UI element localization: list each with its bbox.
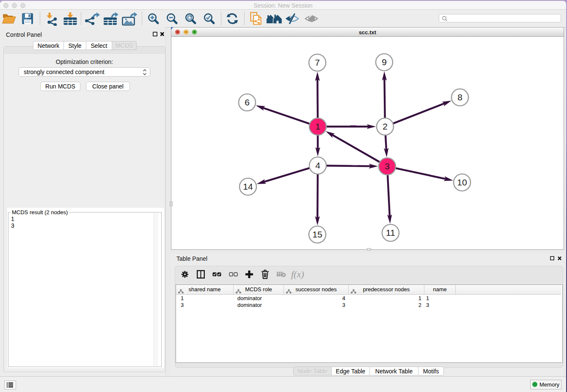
svg-text:9: 9 (382, 57, 387, 67)
svg-text:3: 3 (385, 161, 390, 171)
svg-text:4: 4 (315, 160, 320, 170)
svg-text:2: 2 (383, 121, 388, 131)
svg-text:14: 14 (243, 182, 253, 191)
svg-text:1: 1 (315, 121, 320, 131)
svg-text:10: 10 (457, 177, 467, 187)
svg-text:11: 11 (386, 228, 395, 237)
svg-text:15: 15 (312, 229, 322, 239)
svg-text:6: 6 (245, 97, 250, 107)
svg-text:8: 8 (457, 92, 462, 102)
svg-text:7: 7 (315, 58, 320, 67)
